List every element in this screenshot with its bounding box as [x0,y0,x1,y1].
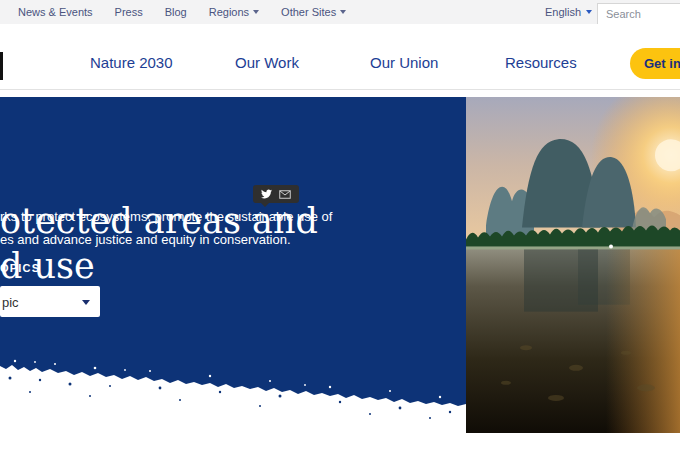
nav-our-union[interactable]: Our Union [370,54,438,71]
get-involved-button[interactable]: Get involved [630,48,680,79]
email-icon[interactable] [279,190,291,199]
share-widget [253,185,299,203]
nav-our-work[interactable]: Our Work [235,54,299,71]
hero-section: otected areas and d use rks to protect e… [0,97,466,433]
hero-description-line1: rks to protect ecosystems, promote the s… [0,205,332,228]
link-press[interactable]: Press [115,6,143,18]
language-label: English [545,6,581,18]
page: News & Events Press Blog Regions Other S… [0,0,680,460]
nav-nature-2030[interactable]: Nature 2030 [90,54,173,71]
chevron-down-icon [340,10,346,14]
topic-select[interactable]: pic [0,286,100,317]
language-selector[interactable]: English [545,0,592,24]
hero-description: rks to protect ecosystems, promote the s… [0,205,332,251]
search-input[interactable] [597,3,680,25]
utility-links: News & Events Press Blog Regions Other S… [18,0,368,24]
topic-select-value: pic [2,295,19,310]
menu-other-sites-label: Other Sites [281,6,336,18]
link-blog[interactable]: Blog [165,6,187,18]
link-news-events[interactable]: News & Events [18,6,93,18]
chevron-down-icon [82,300,90,305]
menu-other-sites[interactable]: Other Sites [281,6,346,18]
torn-edge-decoration [0,358,466,433]
main-nav: Nature 2030 Our Work Our Union Resources… [0,24,680,90]
iucn-logo[interactable] [0,52,3,80]
utility-bar: News & Events Press Blog Regions Other S… [0,0,680,24]
menu-regions-label: Regions [209,6,249,18]
menu-regions[interactable]: Regions [209,6,259,18]
nav-resources[interactable]: Resources [505,54,577,71]
hero-description-line2: es and advance justice and equity in con… [0,228,332,251]
topics-label: OPICS [0,262,40,274]
chevron-down-icon [253,10,259,14]
twitter-icon[interactable] [261,189,272,199]
chevron-down-icon [586,10,592,14]
hero-photo [466,97,680,433]
